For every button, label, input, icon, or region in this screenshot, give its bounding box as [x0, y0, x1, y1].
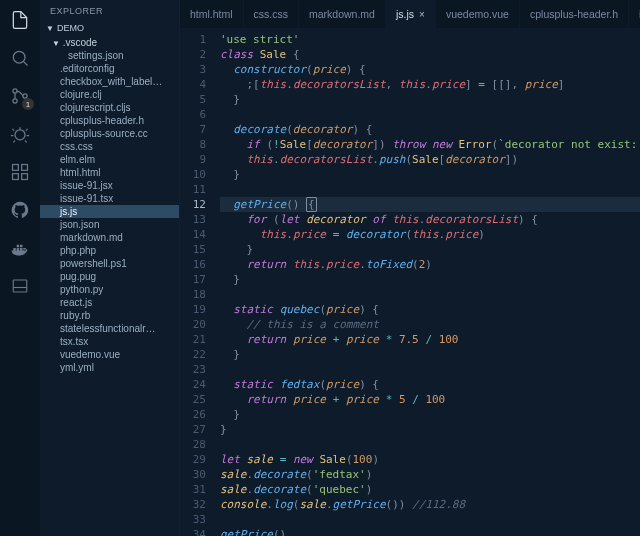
code-line[interactable]: sale.decorate('quebec') — [220, 482, 640, 497]
code-line[interactable]: 'use strict' — [220, 32, 640, 47]
line-number: 27 — [180, 422, 206, 437]
close-icon[interactable]: × — [419, 9, 425, 20]
code-line[interactable]: return price + price * 7.5 / 100 — [220, 332, 640, 347]
code-line[interactable]: decorate(decorator) { — [220, 122, 640, 137]
line-number: 15 — [180, 242, 206, 257]
line-number: 20 — [180, 317, 206, 332]
code-line[interactable]: if (!Sale[decorator]) throw new Error(`d… — [220, 137, 640, 152]
line-number: 13 — [180, 212, 206, 227]
code-line[interactable]: return this.price.toFixed(2) — [220, 257, 640, 272]
tab[interactable]: cplusplus-header.h — [520, 0, 629, 28]
file-item[interactable]: elm.elm — [40, 153, 179, 166]
file-item[interactable]: pug.pug — [40, 270, 179, 283]
file-item[interactable]: css.css — [40, 140, 179, 153]
code-line[interactable]: ;[this.decoratorsList, this.price] = [[]… — [220, 77, 640, 92]
line-number: 14 — [180, 227, 206, 242]
code-line[interactable]: } — [220, 92, 640, 107]
code-line[interactable]: this.price = decorator(this.price) — [220, 227, 640, 242]
code-line[interactable]: } — [220, 167, 640, 182]
code-line[interactable]: static quebec(price) { — [220, 302, 640, 317]
tab[interactable]: js.js× — [386, 0, 436, 28]
file-item[interactable]: clojure.clj — [40, 88, 179, 101]
code-line[interactable] — [220, 512, 640, 527]
file-item[interactable]: vuedemo.vue — [40, 348, 179, 361]
code-line[interactable] — [220, 362, 640, 377]
line-number: 2 — [180, 47, 206, 62]
code-area[interactable]: 'use strict'class Sale { constructor(pri… — [214, 28, 640, 536]
svg-point-1 — [13, 89, 17, 93]
tab[interactable]: css.css — [244, 0, 299, 28]
file-item[interactable]: js.js — [40, 205, 179, 218]
code-line[interactable]: } — [220, 407, 640, 422]
code-line[interactable]: } — [220, 347, 640, 362]
code-line[interactable] — [220, 287, 640, 302]
file-item[interactable]: php.php — [40, 244, 179, 257]
file-item[interactable]: html.html — [40, 166, 179, 179]
file-item[interactable]: issue-91.tsx — [40, 192, 179, 205]
line-number: 29 — [180, 452, 206, 467]
code-line[interactable]: let sale = new Sale(100) — [220, 452, 640, 467]
file-item[interactable]: checkbox_with_label… — [40, 75, 179, 88]
code-line[interactable] — [220, 107, 640, 122]
code-line[interactable]: return price + price * 5 / 100 — [220, 392, 640, 407]
sidebar-section-demo[interactable]: ▼ DEMO — [40, 20, 179, 36]
file-item[interactable]: cplusplus-header.h — [40, 114, 179, 127]
code-line[interactable]: } — [220, 272, 640, 287]
explorer-icon[interactable] — [8, 8, 32, 32]
line-number: 1 — [180, 32, 206, 47]
file-item[interactable]: react.js — [40, 296, 179, 309]
code-line[interactable]: class Sale { — [220, 47, 640, 62]
code-line[interactable]: for (let decorator of this.decoratorsLis… — [220, 212, 640, 227]
code-line[interactable] — [220, 437, 640, 452]
file-item[interactable]: issue-91.jsx — [40, 179, 179, 192]
code-line[interactable]: this.decoratorsList.push(Sale[decorator]… — [220, 152, 640, 167]
source-control-icon[interactable]: 1 — [8, 84, 32, 108]
file-item[interactable]: json.json — [40, 218, 179, 231]
code-line[interactable]: } — [220, 242, 640, 257]
explorer-sidebar: EXPLORER ▼ DEMO ▼ .vscodesettings.json.e… — [40, 0, 180, 536]
file-item[interactable]: tsx.tsx — [40, 335, 179, 348]
file-item[interactable]: statelessfunctionalr… — [40, 322, 179, 335]
file-item[interactable]: cplusplus-source.cc — [40, 127, 179, 140]
code-line[interactable]: // this is a comment — [220, 317, 640, 332]
file-item[interactable]: yml.yml — [40, 361, 179, 374]
search-icon[interactable] — [8, 46, 32, 70]
editor[interactable]: 1234567891011121314151617181920212223242… — [180, 28, 640, 536]
debug-icon[interactable] — [8, 122, 32, 146]
code-line[interactable] — [220, 182, 640, 197]
file-item[interactable]: powershell.ps1 — [40, 257, 179, 270]
tab-label: css.css — [254, 8, 288, 20]
extensions-icon[interactable] — [8, 160, 32, 184]
tab[interactable]: vuedemo.vue — [436, 0, 520, 28]
code-line[interactable]: console.log(sale.getPrice()) //112.88 — [220, 497, 640, 512]
line-number: 16 — [180, 257, 206, 272]
code-line[interactable]: getPrice() — [220, 527, 640, 536]
folder-vscode[interactable]: ▼ .vscode — [40, 36, 179, 49]
line-number: 7 — [180, 122, 206, 137]
file-item[interactable]: markdown.md — [40, 231, 179, 244]
tab[interactable]: markdown.md — [299, 0, 386, 28]
code-line[interactable]: sale.decorate('fedtax') — [220, 467, 640, 482]
file-item[interactable]: settings.json — [40, 49, 179, 62]
file-item[interactable]: .editorconfig — [40, 62, 179, 75]
section-label: DEMO — [57, 23, 84, 33]
tab[interactable]: html.html — [180, 0, 244, 28]
code-line[interactable]: getPrice() { — [220, 197, 640, 212]
line-number: 17 — [180, 272, 206, 287]
github-icon[interactable] — [8, 198, 32, 222]
code-line[interactable]: constructor(price) { — [220, 62, 640, 77]
file-item[interactable]: clojurescript.cljs — [40, 101, 179, 114]
docker-icon[interactable] — [8, 236, 32, 260]
file-item[interactable]: python.py — [40, 283, 179, 296]
line-number: 4 — [180, 77, 206, 92]
code-line[interactable]: static fedtax(price) { — [220, 377, 640, 392]
svg-point-4 — [15, 130, 25, 140]
panel-icon[interactable] — [8, 274, 32, 298]
code-line[interactable]: } — [220, 422, 640, 437]
file-item[interactable]: ruby.rb — [40, 309, 179, 322]
tab[interactable]: issue-91.jsx — [629, 0, 640, 28]
activity-bar: 1 — [0, 0, 40, 536]
line-number: 28 — [180, 437, 206, 452]
svg-rect-9 — [13, 280, 27, 292]
line-number: 33 — [180, 512, 206, 527]
